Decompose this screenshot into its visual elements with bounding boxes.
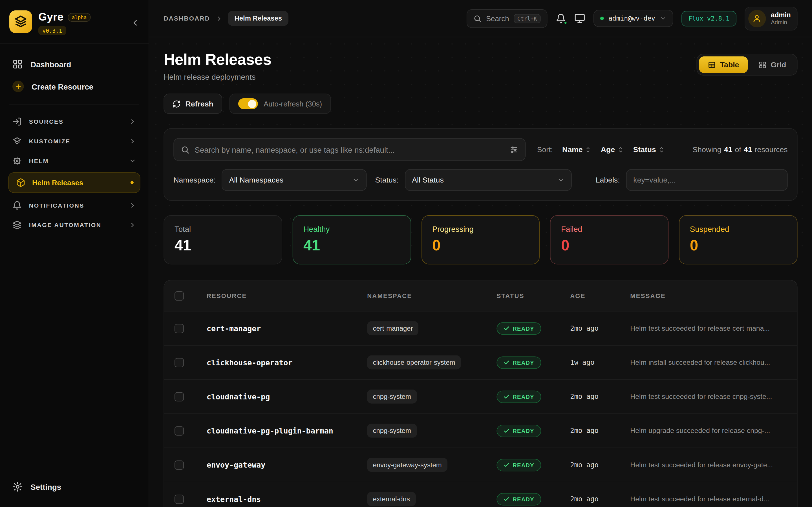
- status-badge: READY: [497, 390, 541, 403]
- sidebar-item-helm[interactable]: HELM: [7, 151, 142, 171]
- sort-group: Sort: Name Age Status: [537, 145, 665, 154]
- row-checkbox[interactable]: [174, 460, 184, 469]
- view-grid-label: Grid: [770, 61, 786, 69]
- sidebar-item-settings[interactable]: Settings: [7, 476, 142, 498]
- check-icon: [503, 462, 509, 468]
- status-text: READY: [513, 428, 534, 434]
- topbar: DASHBOARD Helm Releases Search Ctrl+K: [149, 0, 812, 37]
- table-row[interactable]: cloudnative-pg cnpg-system READY 2mo ago…: [164, 380, 797, 414]
- stat-cards: Total 41 Healthy 41 Progressing 0 Failed…: [163, 215, 797, 264]
- row-checkbox[interactable]: [174, 392, 184, 401]
- sort-option-label: Age: [601, 145, 615, 154]
- sort-by-age[interactable]: Age: [601, 145, 624, 154]
- column-header-age: AGE: [570, 292, 630, 299]
- sidebar-item-image-automation[interactable]: IMAGE AUTOMATION: [7, 215, 142, 235]
- gear-icon: [12, 482, 23, 492]
- app-logo: [9, 10, 32, 33]
- resource-name: cloudnative-pg-plugin-barman: [207, 427, 367, 435]
- view-table-button[interactable]: Table: [699, 56, 748, 73]
- layers-icon: [12, 220, 22, 230]
- status-text: READY: [513, 325, 534, 331]
- page-title: Helm Releases: [163, 51, 271, 68]
- chevron-down-icon: [129, 157, 136, 165]
- row-checkbox[interactable]: [174, 494, 184, 504]
- status-text: READY: [513, 359, 534, 365]
- sidebar-item-helm-releases[interactable]: Helm Releases: [8, 172, 140, 193]
- auto-refresh-toggle[interactable]: [238, 98, 258, 109]
- namespace-select[interactable]: All Namespaces: [222, 169, 367, 191]
- sidebar-item-dashboard[interactable]: Dashboard: [7, 53, 142, 75]
- avatar: [748, 10, 766, 27]
- stat-card-suspended: Suspended 0: [679, 215, 797, 264]
- view-grid-button[interactable]: Grid: [750, 56, 795, 73]
- sidebar-section-label: NOTIFICATIONS: [29, 202, 84, 209]
- sidebar-item-sources[interactable]: SOURCES: [7, 112, 142, 131]
- table-icon: [708, 61, 716, 69]
- resource-name: clickhouse-operator: [207, 358, 367, 367]
- sort-by-status[interactable]: Status: [633, 145, 665, 154]
- sort-by-name[interactable]: Name: [562, 145, 592, 154]
- sidebar: Gyre alpha v0.3.1 Dashboard Create R: [0, 0, 149, 507]
- breadcrumb-dashboard-link[interactable]: DASHBOARD: [163, 15, 210, 22]
- sidebar-nav: Dashboard Create Resource SOURCES: [0, 44, 149, 469]
- sidebar-item-label: Dashboard: [31, 60, 71, 68]
- showing-prefix: Showing: [693, 145, 721, 154]
- kustomize-icon: [12, 136, 22, 146]
- status-filter-label: Status:: [375, 176, 399, 184]
- main-column: DASHBOARD Helm Releases Search Ctrl+K: [149, 0, 812, 507]
- releases-table: RESOURCE NAMESPACE STATUS AGE MESSAGE ce…: [163, 280, 797, 507]
- status-select[interactable]: All Status: [405, 169, 571, 191]
- display-button[interactable]: [574, 13, 585, 24]
- sort-option-label: Status: [633, 145, 656, 154]
- sidebar-collapse-button[interactable]: [129, 17, 141, 29]
- namespace-chip: external-dns: [367, 492, 416, 506]
- auto-refresh-label: Auto-refresh (30s): [264, 100, 322, 108]
- showing-suffix: resources: [755, 145, 788, 154]
- stat-label: Suspended: [690, 224, 786, 233]
- search-icon: [181, 145, 190, 154]
- sidebar-item-kustomize[interactable]: KUSTOMIZE: [7, 131, 142, 151]
- alpha-badge: alpha: [68, 13, 91, 21]
- brand-name: Gyre: [38, 11, 63, 23]
- status-message: Helm install succeeded for release click…: [630, 358, 788, 367]
- search-icon: [473, 14, 481, 22]
- refresh-button[interactable]: Refresh: [163, 94, 222, 114]
- sidebar-item-notifications[interactable]: NOTIFICATIONS: [7, 195, 142, 215]
- title-row: Helm Releases Helm release deployments T…: [163, 51, 797, 81]
- sidebar-divider: [9, 104, 139, 105]
- status-badge: READY: [497, 425, 541, 437]
- row-checkbox[interactable]: [174, 324, 184, 333]
- user-menu[interactable]: admin Admin: [745, 6, 798, 30]
- table-row[interactable]: envoy-gateway envoy-gateway-system READY…: [164, 448, 797, 482]
- labels-filter-input[interactable]: [626, 169, 788, 191]
- row-checkbox[interactable]: [174, 426, 184, 436]
- column-header-resource: RESOURCE: [207, 292, 367, 299]
- select-all-checkbox[interactable]: [174, 291, 184, 300]
- chevron-right-icon: [129, 221, 136, 229]
- table-row[interactable]: cloudnative-pg-plugin-barman cnpg-system…: [164, 414, 797, 448]
- notifications-button[interactable]: [556, 13, 566, 24]
- global-search-button[interactable]: Search Ctrl+K: [466, 9, 547, 27]
- table-row[interactable]: external-dns external-dns READY 2mo ago …: [164, 482, 797, 507]
- showing-total: 41: [744, 145, 752, 154]
- auto-refresh-control: Auto-refresh (30s): [230, 94, 331, 114]
- resource-search-input[interactable]: [195, 145, 504, 154]
- check-icon: [503, 496, 509, 502]
- table-row[interactable]: cert-manager cert-manager READY 2mo ago …: [164, 312, 797, 346]
- sidebar-section-label: KUSTOMIZE: [29, 138, 70, 144]
- age-value: 2mo ago: [570, 461, 630, 469]
- sidebar-section-label: HELM: [29, 158, 49, 164]
- helm-wheel-icon: [12, 156, 22, 166]
- active-indicator-dot: [131, 181, 134, 184]
- stat-label: Total: [174, 224, 271, 233]
- row-checkbox[interactable]: [174, 358, 184, 367]
- sources-icon: [12, 117, 22, 126]
- chevron-down-icon: [660, 15, 666, 22]
- table-row[interactable]: clickhouse-operator clickhouse-operator-…: [164, 346, 797, 380]
- sliders-filter-icon[interactable]: [509, 145, 518, 154]
- refresh-icon: [172, 100, 181, 108]
- dashboard-grid-icon: [12, 59, 23, 69]
- sidebar-item-create-resource[interactable]: Create Resource: [7, 75, 142, 98]
- status-text: READY: [513, 462, 534, 468]
- cluster-selector[interactable]: admin@wv-dev: [594, 10, 673, 27]
